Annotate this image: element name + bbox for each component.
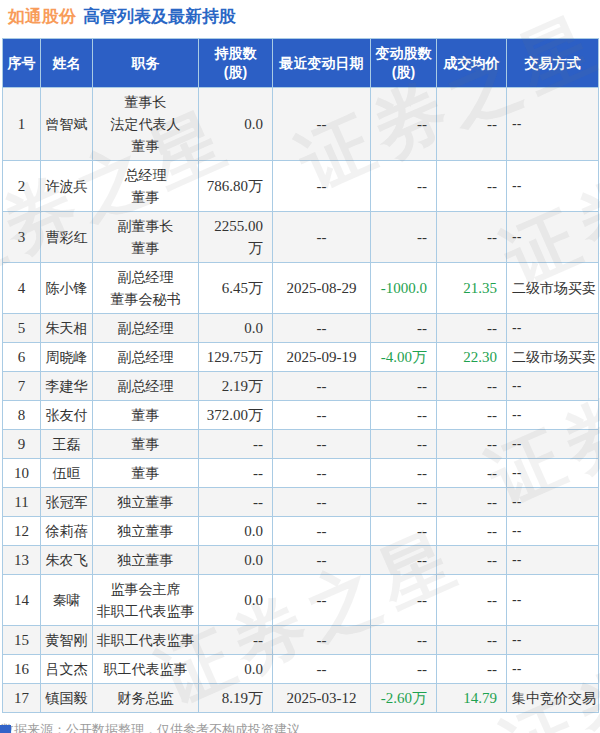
executive-position: 财务总监 xyxy=(93,684,199,713)
shares-held: 2255.00万 xyxy=(199,212,273,263)
last-change-date: -- xyxy=(273,517,371,546)
last-change-date: -- xyxy=(273,401,371,430)
shares-held: 6.45万 xyxy=(199,263,273,314)
executive-name: 张友付 xyxy=(41,401,93,430)
last-change-date: -- xyxy=(273,575,371,626)
avg-trade-price: 14.79 xyxy=(437,684,507,713)
table-row: 5 朱天相 副总经理 0.0 -- -- -- -- xyxy=(3,314,599,343)
avg-trade-price: -- xyxy=(437,626,507,655)
avg-trade-price: -- xyxy=(437,517,507,546)
executive-name: 朱天相 xyxy=(41,314,93,343)
table-row: 8 张友付 董事 372.00万 -- -- -- -- xyxy=(3,401,599,430)
table-row: 11 张冠军 独立董事 -- -- -- -- -- xyxy=(3,488,599,517)
shares-held: 8.19万 xyxy=(199,684,273,713)
change-shares: -- xyxy=(371,655,437,684)
avg-trade-price: 22.30 xyxy=(437,343,507,372)
last-change-date: -- xyxy=(273,212,371,263)
shares-held: 0.0 xyxy=(199,517,273,546)
shares-held: -- xyxy=(199,459,273,488)
change-shares: -- xyxy=(371,401,437,430)
avg-trade-price: -- xyxy=(437,401,507,430)
avg-trade-price: -- xyxy=(437,161,507,212)
avg-trade-price: -- xyxy=(437,372,507,401)
row-serial: 15 xyxy=(3,626,41,655)
data-source-note: 数据来源：公开数据整理，仅供参考不构成投资建议 xyxy=(1,721,600,733)
last-change-date: 2025-09-19 xyxy=(273,343,371,372)
last-change-date: -- xyxy=(273,372,371,401)
avg-trade-price: -- xyxy=(437,459,507,488)
executive-position: 副董事长 董事 xyxy=(93,212,199,263)
trade-method: 集中竞价交易 xyxy=(507,684,599,713)
executive-name: 朱农飞 xyxy=(41,546,93,575)
executive-position: 董事长 法定代表人 董事 xyxy=(93,88,199,161)
trade-method: -- xyxy=(507,430,599,459)
trade-method: 二级市场买卖 xyxy=(507,343,599,372)
trade-method: -- xyxy=(507,546,599,575)
change-shares: -4.00万 xyxy=(371,343,437,372)
executive-position: 董事 xyxy=(93,430,199,459)
executive-name: 黄智刚 xyxy=(41,626,93,655)
executive-name: 张冠军 xyxy=(41,488,93,517)
row-serial: 10 xyxy=(3,459,41,488)
trade-method: -- xyxy=(507,212,599,263)
table-row: 17 镇国毅 财务总监 8.19万 2025-03-12 -2.60万 14.7… xyxy=(3,684,599,713)
table-row: 10 伍晅 董事 -- -- -- -- -- xyxy=(3,459,599,488)
page-title: 如通股份高管列表及最新持股 xyxy=(8,7,600,27)
table-header: 序号 姓名 职务 持股数 (股) 最近变动日期 变动股数 (股) 成交均价 交易… xyxy=(3,39,599,88)
avg-trade-price: -- xyxy=(437,314,507,343)
executive-name: 曹彩红 xyxy=(41,212,93,263)
change-shares: -- xyxy=(371,430,437,459)
table-row: 7 李建华 副总经理 2.19万 -- -- -- -- xyxy=(3,372,599,401)
last-change-date: -- xyxy=(273,488,371,517)
executive-name: 伍晅 xyxy=(41,459,93,488)
last-change-date: -- xyxy=(273,314,371,343)
page-title-text: 高管列表及最新持股 xyxy=(83,7,236,26)
table-row: 12 徐莉蓓 独立董事 0.0 -- -- -- -- xyxy=(3,517,599,546)
change-shares: -- xyxy=(371,488,437,517)
trade-method: -- xyxy=(507,655,599,684)
executive-position: 副总经理 xyxy=(93,343,199,372)
avg-trade-price: -- xyxy=(437,88,507,161)
change-shares: -- xyxy=(371,88,437,161)
change-shares: -- xyxy=(371,459,437,488)
shares-held: 2.19万 xyxy=(199,372,273,401)
table-body: 1 曾智斌 董事长 法定代表人 董事 0.0 -- -- -- -- 2 许波兵… xyxy=(3,88,599,713)
executive-name: 陈小锋 xyxy=(41,263,93,314)
executive-position: 副总经理 xyxy=(93,372,199,401)
avg-trade-price: -- xyxy=(437,575,507,626)
executive-position: 董事 xyxy=(93,459,199,488)
last-change-date: -- xyxy=(273,626,371,655)
row-serial: 9 xyxy=(3,430,41,459)
col-header-shares: 持股数 (股) xyxy=(199,39,273,88)
shares-held: 0.0 xyxy=(199,575,273,626)
trade-method: -- xyxy=(507,401,599,430)
trade-method: -- xyxy=(507,372,599,401)
change-shares: -- xyxy=(371,212,437,263)
shares-held: 0.0 xyxy=(199,655,273,684)
executive-position: 副总经理 xyxy=(93,314,199,343)
trade-method: 二级市场买卖 xyxy=(507,263,599,314)
change-shares: -- xyxy=(371,575,437,626)
row-serial: 17 xyxy=(3,684,41,713)
row-serial: 14 xyxy=(3,575,41,626)
last-change-date: -- xyxy=(273,430,371,459)
trade-method: -- xyxy=(507,314,599,343)
avg-trade-price: 21.35 xyxy=(437,263,507,314)
trade-method: -- xyxy=(507,88,599,161)
executive-position: 独立董事 xyxy=(93,517,199,546)
row-serial: 5 xyxy=(3,314,41,343)
table-row: 2 许波兵 总经理 董事 786.80万 -- -- -- -- xyxy=(3,161,599,212)
row-serial: 6 xyxy=(3,343,41,372)
executive-position: 董事 xyxy=(93,401,199,430)
row-serial: 4 xyxy=(3,263,41,314)
row-serial: 1 xyxy=(3,88,41,161)
col-header-name: 姓名 xyxy=(41,39,93,88)
col-header-change-shares: 变动股数 (股) xyxy=(371,39,437,88)
change-shares: -- xyxy=(371,372,437,401)
col-header-change-date: 最近变动日期 xyxy=(273,39,371,88)
row-serial: 13 xyxy=(3,546,41,575)
shares-held: -- xyxy=(199,430,273,459)
avg-trade-price: -- xyxy=(437,655,507,684)
executive-position: 总经理 董事 xyxy=(93,161,199,212)
last-change-date: -- xyxy=(273,546,371,575)
